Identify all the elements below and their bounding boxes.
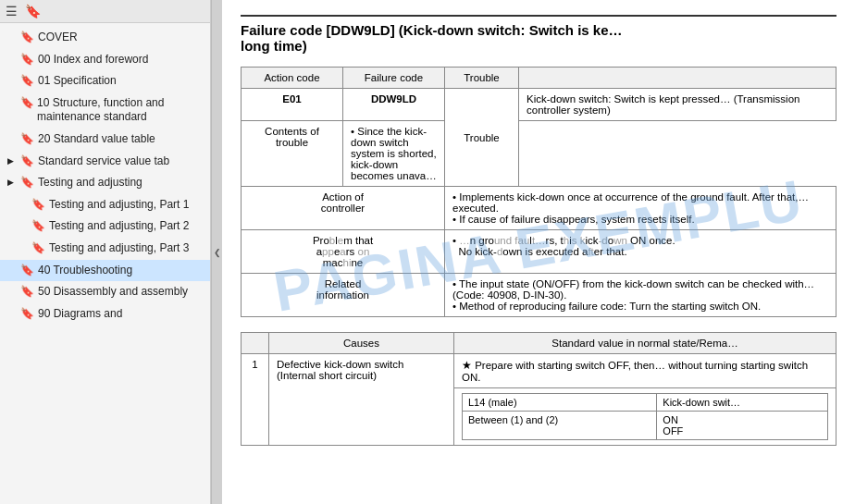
on-value: ON	[663, 414, 822, 425]
expand-placeholder	[7, 134, 17, 143]
bookmark-icon: 🔖	[20, 74, 34, 87]
sidebar-item-spec[interactable]: 🔖 01 Specification	[0, 70, 210, 92]
sidebar-item-label: 90 Diagrams and	[38, 307, 122, 322]
sidebar-item-label: 50 Disassembly and assembly	[38, 285, 188, 300]
sidebar-item-testing3[interactable]: 🔖 Testing and adjusting, Part 2	[0, 215, 210, 238]
expand-placeholder	[7, 32, 17, 42]
expand-placeholder	[7, 98, 17, 107]
contents-label: Contents oftrouble	[242, 121, 343, 187]
action-controller-value: • Implements kick-down once at occurrenc…	[445, 187, 836, 230]
between-label: Between (1) and (2)	[463, 412, 657, 440]
sidebar-item-label: 10 Structure, function and maintenance s…	[37, 96, 203, 125]
contents-value: • Since the kick-down switch system is s…	[343, 121, 445, 187]
sidebar-item-diagrams[interactable]: 🔖 90 Diagrams and	[0, 303, 210, 326]
sidebar-item-label: Testing and adjusting, Part 1	[49, 198, 189, 213]
failure-code-value: DDW9LD	[343, 89, 445, 121]
expand-placeholder	[7, 55, 17, 64]
expand-placeholder	[7, 287, 17, 296]
bookmark-icon: 🔖	[31, 198, 45, 211]
expand-placeholder	[7, 309, 17, 318]
page-title: Failure code [DDW9LD] (Kick-down switch:…	[241, 15, 836, 54]
trouble-label: Trouble	[445, 89, 519, 187]
bookmark-icon: 🔖	[20, 53, 34, 66]
sidebar-item-label: Standard service value tab	[38, 154, 169, 169]
col-trouble-desc	[519, 68, 836, 89]
sidebar-item-index[interactable]: 🔖 00 Index and foreword	[0, 49, 210, 71]
trouble-text: Kick-down switch: Switch is kept pressed…	[519, 89, 836, 121]
problem-label: Problem thatappears onmachine	[242, 230, 445, 274]
col-causes: Causes	[269, 333, 454, 354]
bookmark-icon: 🔖	[31, 219, 45, 232]
expand-placeholder	[7, 76, 17, 85]
sidebar-item-disassembly[interactable]: 🔖 50 Disassembly and assembly	[0, 281, 210, 303]
main-content: PAGINA EXEMPLU Failure code [DDW9LD] (Ki…	[222, 0, 855, 504]
bookmark-icon: 🔖	[20, 154, 34, 167]
sidebar-item-label: 40 Troubleshooting	[38, 264, 132, 278]
bookmark-icon: 🔖	[20, 132, 34, 145]
bookmark-toolbar-icon[interactable]: 🔖	[25, 4, 41, 18]
menu-icon[interactable]: ☰	[6, 4, 18, 18]
cause-no: 1	[242, 354, 269, 446]
connector-value: Kick-down swit…	[657, 394, 828, 412]
action-code-value: E01	[242, 89, 343, 121]
sidebar-item-label: 00 Index and foreword	[38, 53, 148, 68]
sidebar-collapse-handle[interactable]: ❮	[211, 0, 222, 504]
bookmark-icon: 🔖	[31, 241, 45, 254]
bookmark-icon: 🔖	[20, 264, 34, 277]
failure-info-table: Action code Failure code Trouble E01 DDW…	[241, 67, 836, 317]
problem-value: • …n ground fault…rs, this kick-down ON …	[445, 230, 836, 274]
sidebar-item-service[interactable]: ▶ 🔖 Standard service value tab	[0, 151, 210, 173]
expand-placeholder	[7, 265, 17, 275]
sidebar-item-troubleshooting[interactable]: 🔖 40 Troubleshooting	[0, 260, 210, 282]
expand-icon: ▶	[7, 156, 17, 166]
expand-placeholder	[19, 243, 28, 252]
sidebar-item-testing[interactable]: ▶ 🔖 Testing and adjusting	[0, 172, 210, 194]
expand-placeholder	[19, 200, 28, 209]
action-controller-label: Action ofcontroller	[242, 187, 445, 230]
sidebar-item-label: Testing and adjusting, Part 3	[49, 241, 189, 256]
sidebar-toolbar: ☰ 🔖	[0, 0, 210, 23]
off-value: OFF	[663, 425, 822, 436]
bookmark-icon: 🔖	[20, 285, 34, 298]
sidebar-item-testing4[interactable]: 🔖 Testing and adjusting, Part 3	[0, 238, 210, 260]
col-no	[242, 333, 269, 354]
connector-label: L14 (male)	[463, 394, 657, 412]
sidebar-item-structure[interactable]: 🔖 10 Structure, function and maintenance…	[0, 92, 210, 129]
expand-icon: ▶	[7, 178, 17, 187]
sidebar-item-label: 01 Specification	[38, 74, 117, 89]
sidebar-item-standard[interactable]: 🔖 20 Standard value table	[0, 129, 210, 151]
cause-description: Defective kick-down switch(Internal shor…	[269, 354, 454, 446]
sidebar-item-label: Testing and adjusting, Part 2	[49, 219, 189, 234]
col-trouble: Trouble	[445, 68, 519, 89]
bookmark-icon: 🔖	[20, 96, 33, 109]
related-value: • The input state (ON/OFF) from the kick…	[445, 274, 836, 317]
cause-standard-note: ★ Prepare with starting switch OFF, then…	[454, 354, 836, 388]
sidebar-item-testing2[interactable]: 🔖 Testing and adjusting, Part 1	[0, 194, 210, 216]
related-label: Relatedinformation	[242, 274, 445, 317]
sidebar-item-label: 20 Standard value table	[38, 132, 155, 147]
expand-placeholder	[19, 221, 28, 230]
sidebar-item-cover[interactable]: 🔖 COVER	[0, 27, 210, 49]
col-standard: Standard value in normal state/Rema…	[454, 333, 836, 354]
causes-table: Causes Standard value in normal state/Re…	[241, 332, 836, 446]
bookmark-icon: 🔖	[20, 31, 34, 43]
bookmark-icon: 🔖	[20, 307, 34, 320]
sub-header-row: L14 (male) Kick-down swit… Between (1) a…	[454, 388, 836, 446]
col-failure-code: Failure code	[343, 68, 445, 89]
col-action-code: Action code	[242, 68, 343, 89]
sidebar-item-label: Testing and adjusting	[38, 176, 142, 191]
bookmark-icon: 🔖	[20, 176, 34, 189]
sidebar: ☰ 🔖 🔖 COVER 🔖 00 Index and foreword 🔖 01…	[0, 0, 211, 504]
sidebar-list: 🔖 COVER 🔖 00 Index and foreword 🔖 01 Spe…	[0, 23, 210, 504]
sidebar-item-label: COVER	[38, 31, 78, 45]
